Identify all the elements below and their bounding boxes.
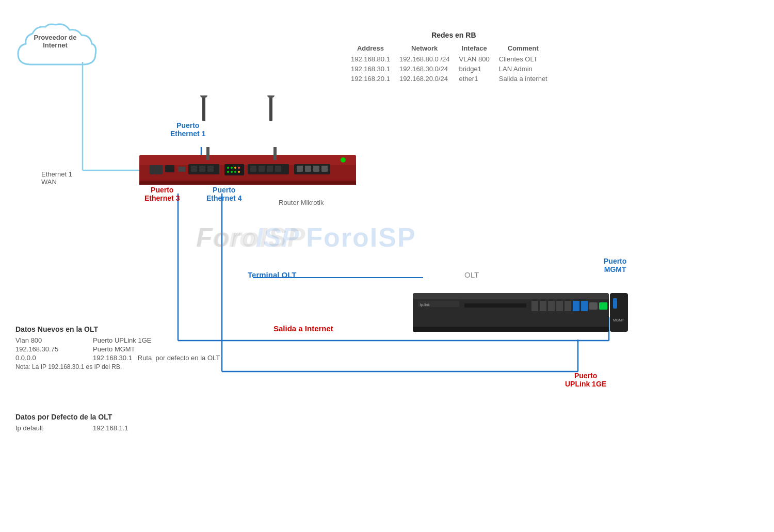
router-mikrotik-label: Router Mikrotik <box>279 199 324 206</box>
svg-rect-50 <box>556 301 563 311</box>
svg-rect-58 <box>613 298 617 309</box>
svg-rect-54 <box>589 302 598 310</box>
svg-rect-13 <box>273 147 277 160</box>
svg-rect-41 <box>139 181 356 185</box>
svg-point-25 <box>238 167 240 169</box>
svg-rect-31 <box>250 166 256 172</box>
col-address: Address <box>351 43 399 54</box>
datos-nuevos-title: Datos Nuevos en la OLT <box>15 325 220 333</box>
svg-point-29 <box>238 171 240 173</box>
svg-rect-19 <box>199 166 205 172</box>
olt-device: tp-link MGMT <box>413 293 614 340</box>
svg-rect-53 <box>581 301 588 311</box>
datos-nuevos-section: Datos Nuevos en la OLT Vlan 800 Puerto U… <box>15 325 220 370</box>
svg-rect-16 <box>178 167 185 172</box>
svg-rect-51 <box>565 301 571 311</box>
datos-defecto-title: Datos por Defecto de la OLT <box>15 413 128 421</box>
antenna-right <box>266 95 276 124</box>
col-interface: Inteface <box>459 43 499 54</box>
antenna-left <box>199 95 209 124</box>
puerto-mgmt-label: Puerto MGMT <box>604 257 626 273</box>
svg-rect-47 <box>531 301 538 311</box>
watermark: ForoISPForoISP <box>196 222 416 253</box>
svg-point-28 <box>234 171 236 173</box>
svg-rect-14 <box>150 165 163 174</box>
svg-rect-57 <box>610 293 628 332</box>
datos-defecto-section: Datos por Defecto de la OLT Ip default 1… <box>15 413 128 433</box>
col-comment: Comment <box>499 43 557 54</box>
svg-rect-32 <box>259 166 265 172</box>
svg-point-40 <box>341 157 346 163</box>
svg-point-63 <box>267 95 275 98</box>
svg-rect-60 <box>202 95 205 121</box>
svg-rect-34 <box>275 166 281 172</box>
datos-row-3: 0.0.0.0 192.168.30.1 Ruta por defecto en… <box>15 354 220 362</box>
svg-rect-48 <box>540 301 546 311</box>
puerto-ethernet3-label: Puerto Ethernet 3 <box>144 186 180 202</box>
svg-rect-46 <box>464 303 526 308</box>
watermark-text: ForoISP <box>196 222 299 253</box>
puerto-ethernet4-label: Puerto Ethernet 4 <box>206 186 241 202</box>
svg-point-61 <box>200 95 207 98</box>
ethernet1-wan-label: Ethernet 1 WAN <box>41 170 72 186</box>
datos-defecto-row: Ip default 192.168.1.1 <box>15 424 128 432</box>
datos-row-2: 192.168.30.75 Puerto MGMT <box>15 345 220 353</box>
svg-point-27 <box>231 171 233 173</box>
terminal-olt-label: Terminal OLT <box>248 270 296 279</box>
svg-point-22 <box>227 167 229 169</box>
datos-nota: Nota: La IP 192.168.30.1 es IP del RB. <box>15 363 220 370</box>
svg-rect-55 <box>599 302 607 310</box>
table-title: Redes en RB <box>351 31 557 39</box>
svg-rect-39 <box>321 166 328 172</box>
network-table: Address Network Inteface Comment 192.168… <box>351 43 557 84</box>
svg-rect-38 <box>313 166 319 172</box>
svg-rect-37 <box>305 166 311 172</box>
svg-point-24 <box>234 167 236 169</box>
salida-internet-label: Salida a Internet <box>273 324 333 333</box>
svg-rect-21 <box>224 164 244 175</box>
svg-rect-56 <box>413 327 609 332</box>
svg-text:MGMT: MGMT <box>613 318 624 322</box>
svg-rect-52 <box>573 301 579 311</box>
olt-svg: tp-link MGMT <box>413 293 630 340</box>
datos-row-1: Vlan 800 Puerto UPLink 1GE <box>15 336 220 344</box>
svg-rect-18 <box>191 166 197 172</box>
cloud-svg <box>15 21 98 77</box>
svg-point-23 <box>231 167 233 169</box>
svg-rect-62 <box>269 95 272 121</box>
svg-rect-49 <box>548 301 555 311</box>
table-row: 192.168.80.1 192.168.80.0 /24 VLAN 800 C… <box>351 54 557 64</box>
olt-label: OLT <box>464 270 479 279</box>
col-network: Network <box>399 43 459 54</box>
table-row: 192.168.30.1 192.168.30.0/24 bridge1 LAN… <box>351 64 557 74</box>
svg-rect-12 <box>206 147 209 160</box>
svg-rect-36 <box>297 166 303 172</box>
svg-rect-15 <box>165 165 174 172</box>
svg-rect-43 <box>413 293 609 299</box>
svg-rect-20 <box>207 166 214 172</box>
cloud-shape <box>15 21 98 77</box>
redes-rb-table: Redes en RB Address Network Inteface Com… <box>351 31 557 84</box>
svg-rect-11 <box>139 155 356 165</box>
table-row: 192.168.20.1 192.168.20.0/24 ether1 Sali… <box>351 74 557 84</box>
cloud-label: Proveedor de Internet <box>22 34 89 49</box>
svg-point-26 <box>227 171 229 173</box>
puerto-uplink-label: Puerto UPLink 1GE <box>565 372 606 388</box>
svg-rect-33 <box>267 166 273 172</box>
svg-text:tp-link: tp-link <box>420 303 430 307</box>
